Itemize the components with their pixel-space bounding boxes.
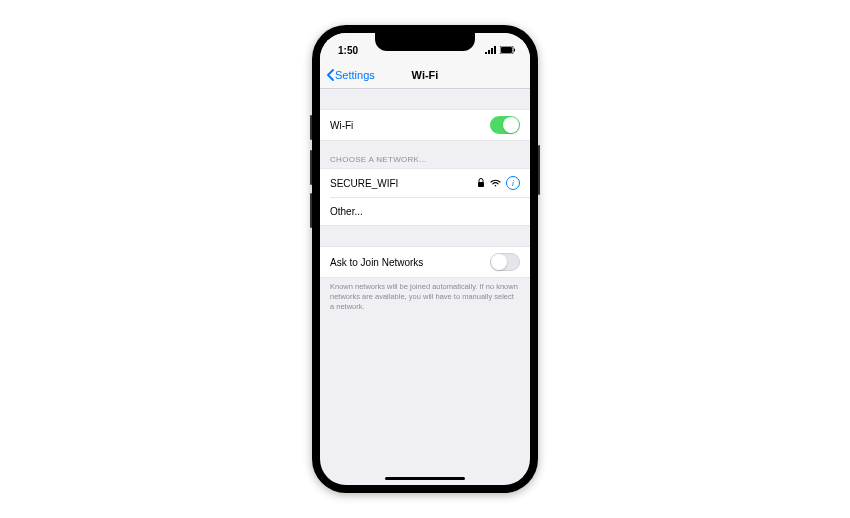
svg-rect-0 [485, 52, 487, 54]
network-name: SECURE_WIFI [330, 178, 398, 189]
networks-group: SECURE_WIFI i Other... [320, 168, 530, 226]
page-title: Wi-Fi [412, 69, 439, 81]
svg-rect-6 [514, 49, 515, 52]
switch-knob [503, 117, 519, 133]
choose-network-header: CHOOSE A NETWORK... [320, 141, 530, 168]
status-time: 1:50 [338, 45, 358, 56]
notch [375, 33, 475, 51]
other-network-row[interactable]: Other... [320, 197, 530, 225]
battery-icon [500, 46, 516, 54]
phone-frame: 1:50 Settings Wi-Fi [312, 25, 538, 493]
svg-rect-3 [494, 46, 496, 54]
wifi-toggle-label: Wi-Fi [330, 120, 353, 131]
cellular-icon [485, 46, 497, 54]
wifi-toggle-group: Wi-Fi [320, 109, 530, 141]
status-indicators [485, 46, 516, 54]
ask-join-footer: Known networks will be joined automatica… [320, 278, 530, 315]
svg-rect-1 [488, 50, 490, 54]
home-indicator[interactable] [385, 477, 465, 480]
other-network-label: Other... [330, 206, 363, 217]
svg-rect-5 [501, 47, 512, 53]
ask-join-group: Ask to Join Networks [320, 246, 530, 278]
phone-volume-up [310, 150, 312, 185]
svg-rect-7 [478, 182, 484, 187]
lock-icon [477, 178, 485, 188]
phone-mute-switch [310, 115, 312, 140]
ask-join-switch[interactable] [490, 253, 520, 271]
svg-rect-2 [491, 48, 493, 54]
wifi-toggle-row[interactable]: Wi-Fi [320, 110, 530, 140]
network-row[interactable]: SECURE_WIFI i [320, 169, 530, 197]
nav-bar: Settings Wi-Fi [320, 61, 530, 89]
wifi-switch[interactable] [490, 116, 520, 134]
switch-knob [491, 254, 507, 270]
ask-join-label: Ask to Join Networks [330, 257, 423, 268]
back-label: Settings [335, 69, 375, 81]
content: Wi-Fi CHOOSE A NETWORK... SECURE_WIFI [320, 89, 530, 315]
ask-join-row[interactable]: Ask to Join Networks [320, 247, 530, 277]
network-icons: i [477, 176, 520, 190]
phone-side-button [538, 145, 540, 195]
chevron-left-icon [326, 69, 334, 81]
wifi-icon [490, 179, 501, 187]
info-icon[interactable]: i [506, 176, 520, 190]
screen: 1:50 Settings Wi-Fi [320, 33, 530, 485]
phone-volume-down [310, 193, 312, 228]
back-button[interactable]: Settings [326, 69, 375, 81]
